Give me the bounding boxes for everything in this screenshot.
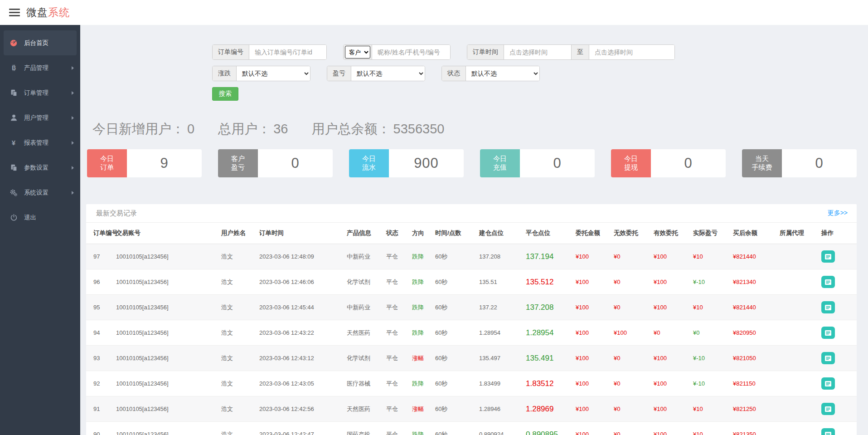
cell-product: 化学试剂	[344, 269, 383, 295]
cell-actions	[819, 269, 857, 295]
cell-duration: 60秒	[432, 320, 476, 346]
pnl-select[interactable]: 默认不选	[351, 66, 425, 81]
order-detail-button[interactable]	[821, 403, 835, 415]
cell-name: 浩文	[218, 320, 257, 346]
cell-status: 平仓	[383, 396, 409, 422]
cell-valid: ¥100	[651, 244, 690, 269]
cell-open: 135.497	[476, 346, 523, 371]
col-open: 建仓点位	[476, 223, 523, 244]
sidebar-item-label: 退出	[24, 214, 74, 222]
customer-type-select[interactable]: 客户	[345, 46, 370, 59]
order-time-label: 订单时间	[467, 45, 504, 59]
card-badge: 今日 充值	[480, 149, 520, 177]
cell-open: 1.83499	[476, 371, 523, 396]
sidebar: 后台首页 B 产品管理 订单管理 用户管理 ¥ 报表管理	[0, 25, 80, 435]
time-from-input[interactable]	[504, 45, 571, 59]
cell-profit: ¥-10	[690, 269, 730, 295]
col-time: 订单时间	[257, 223, 344, 244]
sidebar-item-dashboard[interactable]: 后台首页	[4, 30, 77, 55]
status-label: 状态	[442, 66, 466, 81]
order-detail-button[interactable]	[821, 276, 835, 288]
time-to-input[interactable]	[589, 45, 674, 59]
sidebar-item-label: 用户管理	[24, 114, 72, 122]
order-no-input[interactable]	[249, 45, 326, 59]
cell-account: 10010105[a123456]	[113, 371, 218, 396]
chevron-right-icon	[72, 66, 74, 70]
cell-product: 中新药业	[344, 244, 383, 269]
stat-cards: 今日 订单 9 客户 盈亏 0 今日 流水 900 今日 充值 0 今日 提现 …	[86, 149, 857, 177]
cell-account: 10010105[a123456]	[113, 295, 218, 320]
gears-icon	[9, 188, 18, 197]
col-close: 平仓点位	[523, 223, 573, 244]
cell-profit: ¥10	[690, 295, 730, 320]
order-detail-button[interactable]	[821, 428, 835, 435]
cell-invalid: ¥100	[611, 320, 651, 346]
cell-direction: 涨幅	[409, 346, 432, 371]
cell-time: 2023-03-06 12:48:09	[257, 244, 344, 269]
cell-time: 2023-03-06 12:42:56	[257, 396, 344, 422]
cell-product: 中新药业	[344, 295, 383, 320]
cell-name: 浩文	[218, 269, 257, 295]
sidebar-item-parameters[interactable]: 参数设置	[0, 155, 80, 180]
cell-amount: ¥100	[573, 396, 611, 422]
order-detail-button[interactable]	[821, 327, 835, 339]
col-agent: 所属代理	[777, 223, 819, 244]
cell-close: 137.208	[523, 295, 573, 320]
chevron-right-icon	[72, 116, 74, 120]
card-badge: 今日 提现	[611, 149, 651, 177]
order-detail-button[interactable]	[821, 301, 835, 313]
stat-new-users-value: 0	[187, 122, 194, 136]
cell-amount: ¥100	[573, 422, 611, 435]
main-content: 订单编号 客户 订单时间 至	[80, 25, 868, 435]
card-value: 900	[389, 149, 464, 177]
sidebar-item-logout[interactable]: 退出	[0, 205, 80, 230]
card-today-fees: 当天 手续费 0	[742, 149, 857, 177]
customer-input[interactable]	[372, 45, 450, 59]
menu-toggle-icon[interactable]	[9, 9, 20, 16]
col-order-id: 订单编号	[86, 223, 113, 244]
card-value: 0	[651, 149, 726, 177]
table-row: 90 10010105[a123456] 浩文 2023-03-06 12:42…	[86, 422, 857, 435]
panel-title: 最新交易记录	[96, 209, 137, 218]
logo-text-primary: 微盘	[26, 6, 48, 18]
cell-invalid: ¥0	[611, 346, 651, 371]
cell-direction: 跌降	[409, 295, 432, 320]
sidebar-item-products[interactable]: B 产品管理	[0, 55, 80, 80]
sidebar-item-system[interactable]: 系统设置	[0, 180, 80, 205]
cell-balance: ¥821440	[730, 244, 777, 269]
cell-open: 1.28946	[476, 396, 523, 422]
cell-duration: 60秒	[432, 346, 476, 371]
app-logo: 微盘系统	[26, 5, 70, 20]
cell-product: 天然医药	[344, 320, 383, 346]
sidebar-item-users[interactable]: 用户管理	[0, 105, 80, 130]
cell-amount: ¥100	[573, 269, 611, 295]
cell-account: 10010105[a123456]	[113, 396, 218, 422]
cell-amount: ¥100	[573, 320, 611, 346]
document-list-icon	[824, 431, 832, 435]
more-link[interactable]: 更多>>	[828, 209, 848, 217]
order-detail-button[interactable]	[821, 250, 835, 263]
cell-actions	[819, 320, 857, 346]
user-stats: 今日新增用户：0 总用户：36 用户总余额：5356350	[86, 120, 857, 138]
sidebar-item-orders[interactable]: 订单管理	[0, 80, 80, 105]
status-select[interactable]: 默认不选	[466, 66, 539, 81]
cell-valid: ¥100	[651, 371, 690, 396]
col-valid: 有效委托	[651, 223, 690, 244]
table-row: 94 10010105[a123456] 浩文 2023-03-06 12:43…	[86, 320, 857, 346]
cell-valid: ¥100	[651, 295, 690, 320]
cell-account: 10010105[a123456]	[113, 244, 218, 269]
cell-amount: ¥100	[573, 346, 611, 371]
cell-name: 浩文	[218, 295, 257, 320]
cell-name: 浩文	[218, 371, 257, 396]
search-button[interactable]: 搜索	[212, 87, 238, 101]
cell-status: 平仓	[383, 244, 409, 269]
order-detail-button[interactable]	[821, 377, 835, 390]
updown-select[interactable]: 默认不选	[237, 66, 310, 81]
sidebar-item-reports[interactable]: ¥ 报表管理	[0, 130, 80, 155]
order-detail-button[interactable]	[821, 352, 835, 364]
cell-time: 2023-03-06 12:42:47	[257, 422, 344, 435]
cell-time: 2023-03-06 12:46:06	[257, 269, 344, 295]
cell-status: 平仓	[383, 371, 409, 396]
card-badge: 今日 订单	[87, 149, 127, 177]
cell-open: 0.890924	[476, 422, 523, 435]
